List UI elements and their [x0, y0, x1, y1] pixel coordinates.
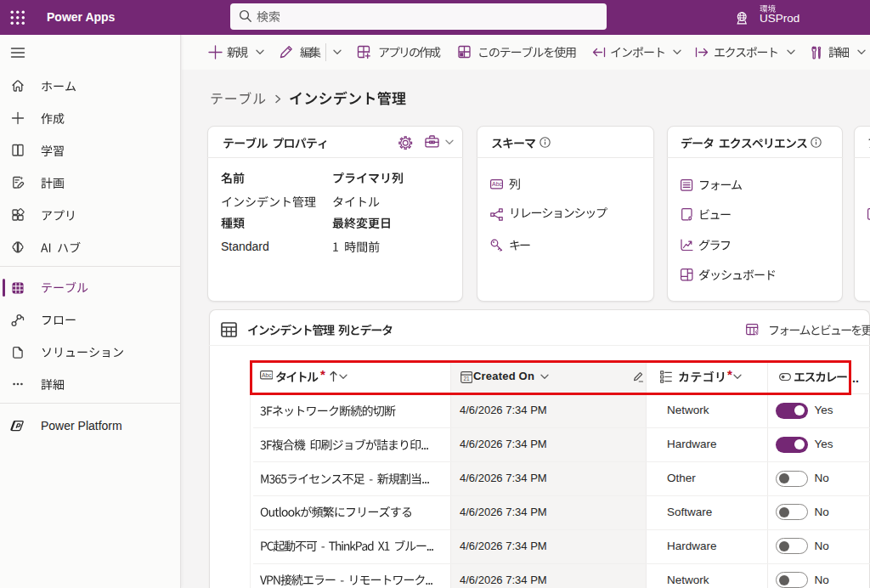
svg-text:Abc: Abc	[492, 181, 503, 187]
